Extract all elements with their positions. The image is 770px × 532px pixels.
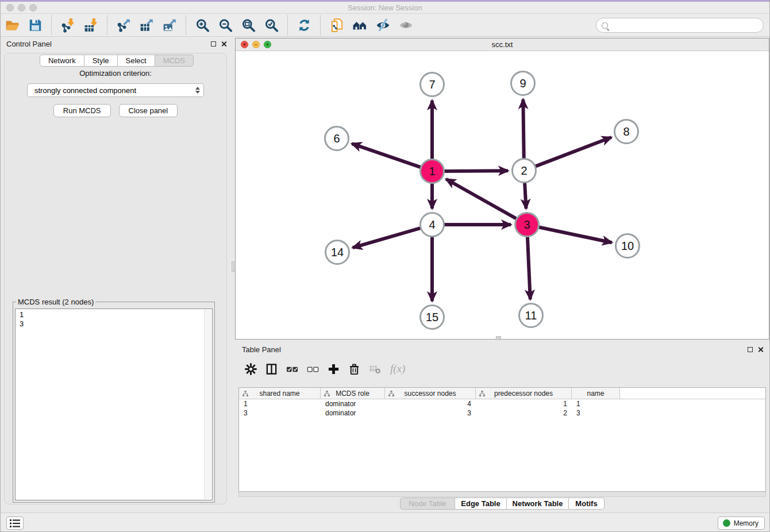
- column-header-name[interactable]: name: [572, 388, 620, 399]
- import-network-icon[interactable]: [58, 16, 78, 34]
- table-cell[interactable]: 1: [572, 399, 620, 408]
- select-all-checks-icon[interactable]: [283, 360, 301, 377]
- graph-edge-4-14[interactable]: [353, 228, 422, 248]
- optimization-criterion-label: Optimization criterion:: [5, 69, 226, 78]
- graph-node-6[interactable]: 6: [324, 126, 349, 151]
- tab-edge-table[interactable]: Edge Table: [455, 498, 507, 510]
- table-panel-header: Table Panel: [235, 342, 769, 356]
- table-cell[interactable]: 2: [476, 408, 572, 418]
- add-column-icon[interactable]: [325, 360, 342, 377]
- table-cell[interactable]: 3: [572, 408, 620, 418]
- task-history-button[interactable]: [6, 516, 24, 530]
- graph-edge-3-1[interactable]: [446, 179, 518, 219]
- criterion-select[interactable]: strongly connected component: [27, 83, 204, 97]
- column-header-predecessor-nodes[interactable]: predecessor nodes: [476, 388, 572, 399]
- table-panel: Table Panel f(x): [235, 342, 769, 511]
- memory-button[interactable]: Memory: [718, 516, 765, 530]
- export-table-icon[interactable]: [137, 16, 156, 34]
- mcds-result-lines: 13: [20, 310, 212, 329]
- tab-network-table[interactable]: Network Table: [507, 498, 569, 510]
- close-panel-button[interactable]: Close panel: [119, 104, 178, 117]
- tab-select[interactable]: Select: [118, 55, 155, 67]
- open-file-icon[interactable]: [2, 16, 22, 34]
- graph-edge-1-6[interactable]: [352, 144, 422, 168]
- table-cell[interactable]: 1: [239, 399, 321, 408]
- graph-edge-1-2[interactable]: [442, 171, 508, 171]
- table-scroll-track[interactable]: [238, 492, 766, 497]
- tab-network[interactable]: Network: [40, 55, 84, 67]
- graph-edges: [236, 51, 769, 339]
- table-cell[interactable]: 3: [385, 408, 476, 418]
- run-mcds-button[interactable]: Run MCDS: [53, 104, 111, 117]
- graph-node-8[interactable]: 8: [614, 119, 639, 144]
- graph-node-1[interactable]: 1: [419, 159, 445, 184]
- result-scrollbar[interactable]: [204, 310, 211, 499]
- table-cell[interactable]: dominator: [321, 399, 385, 408]
- graph-node-15[interactable]: 15: [419, 304, 445, 330]
- table-row[interactable]: 3dominator323: [239, 408, 765, 418]
- zoom-selected-icon[interactable]: [261, 16, 281, 34]
- show-toggle-eye-icon[interactable]: [396, 16, 415, 34]
- hide-toggle-eye-slash-icon[interactable]: [373, 16, 392, 34]
- tab-motifs[interactable]: Motifs: [569, 498, 605, 510]
- delete-table-disabled-icon[interactable]: [366, 360, 383, 377]
- delete-trash-icon[interactable]: [345, 360, 363, 377]
- show-columns-icon[interactable]: [263, 360, 280, 377]
- table-cell[interactable]: dominator: [321, 408, 385, 418]
- export-image-icon[interactable]: [160, 16, 179, 34]
- mcds-panel: Optimization criterion: strongly connect…: [4, 53, 227, 504]
- global-search[interactable]: [596, 18, 764, 33]
- tab-node-table[interactable]: Node Table: [400, 498, 455, 510]
- close-table-panel-icon[interactable]: [757, 346, 764, 353]
- graph-edge-3-10[interactable]: [537, 227, 612, 242]
- mcds-result-list[interactable]: 13: [15, 309, 213, 500]
- tab-style[interactable]: Style: [84, 55, 118, 67]
- refresh-view-icon[interactable]: [294, 16, 314, 34]
- graph-edge-2-8[interactable]: [534, 137, 611, 167]
- function-builder-icon[interactable]: f(x): [387, 360, 405, 377]
- close-panel-icon[interactable]: [221, 41, 227, 47]
- graph-node-2[interactable]: 2: [511, 158, 537, 183]
- table-cell[interactable]: 3: [239, 408, 321, 418]
- graph-node-9[interactable]: 9: [510, 71, 536, 96]
- float-table-panel-icon[interactable]: [748, 347, 753, 352]
- graph-node-7[interactable]: 7: [419, 72, 445, 97]
- column-header-shared-name[interactable]: shared name: [239, 388, 321, 399]
- network-canvas[interactable]: 7968124314101511: [236, 51, 769, 339]
- zoom-fit-icon[interactable]: [238, 16, 258, 34]
- graph-node-10[interactable]: 10: [615, 233, 640, 259]
- deselect-all-checks-icon[interactable]: [304, 360, 321, 377]
- home-view-icon[interactable]: [350, 16, 369, 34]
- graph-node-14[interactable]: 14: [325, 240, 350, 265]
- search-input[interactable]: [611, 20, 763, 31]
- table-cell[interactable]: 1: [476, 399, 572, 408]
- splitter-handle[interactable]: [232, 261, 234, 272]
- graph-edge-2-9[interactable]: [523, 99, 523, 160]
- close-network-icon[interactable]: ×: [241, 41, 248, 48]
- minimize-network-icon[interactable]: −: [252, 41, 260, 48]
- graph-node-3[interactable]: 3: [514, 212, 540, 237]
- canvas-resize-handle[interactable]: [496, 336, 501, 340]
- column-header-mcds-role[interactable]: MCDS role: [321, 388, 385, 399]
- float-panel-icon[interactable]: [211, 41, 216, 47]
- node-table[interactable]: shared name MCDS role successor nodes pr…: [238, 387, 766, 492]
- network-window-titlebar[interactable]: × − + scc.txt: [236, 38, 769, 51]
- save-session-icon[interactable]: [25, 16, 45, 34]
- column-header-successor-nodes[interactable]: successor nodes: [385, 388, 476, 399]
- table-cell[interactable]: 4: [385, 399, 476, 408]
- table-row[interactable]: 1dominator411: [239, 399, 765, 408]
- graph-node-11[interactable]: 11: [518, 303, 544, 328]
- clone-network-icon[interactable]: [327, 16, 346, 34]
- graph-node-4[interactable]: 4: [419, 212, 445, 237]
- graph-edge-3-11[interactable]: [528, 235, 530, 299]
- zoom-in-icon[interactable]: [192, 16, 212, 34]
- import-table-icon[interactable]: [81, 16, 101, 34]
- graph-edge-2-3[interactable]: [525, 181, 526, 209]
- maximize-network-icon[interactable]: +: [264, 41, 271, 48]
- zoom-out-icon[interactable]: [215, 16, 235, 34]
- tab-mcds[interactable]: MCDS: [155, 55, 194, 67]
- toolbar-separator: [287, 16, 288, 35]
- export-network-icon[interactable]: [114, 16, 133, 34]
- toolbar-separator: [51, 16, 52, 35]
- table-options-gear-icon[interactable]: [242, 360, 259, 377]
